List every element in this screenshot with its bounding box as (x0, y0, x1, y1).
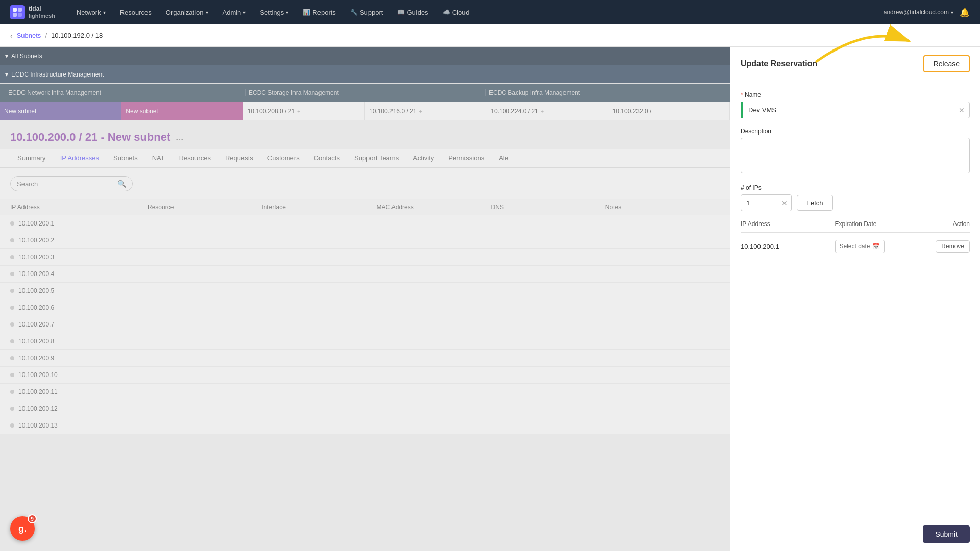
table-row[interactable]: 10.100.200.13 (0, 417, 730, 434)
tab-requests[interactable]: Requests (218, 149, 260, 168)
ip-status-dot (10, 238, 14, 242)
breadcrumb-back-icon[interactable]: ‹ (10, 32, 13, 40)
search-icon: 🔍 (117, 180, 126, 188)
ip-address-value: 10.100.200.3 (18, 254, 54, 261)
notification-bell[interactable]: 🔔 (960, 8, 970, 17)
table-row[interactable]: 10.100.200.8 (0, 333, 730, 350)
col-interface: Interface (262, 204, 376, 211)
tree-cell-232[interactable]: 10.100.232.0 / (608, 102, 730, 120)
tab-permissions[interactable]: Permissions (441, 149, 492, 168)
page-title-area: 10.100.200.0 / 21 - New subnet ... (0, 120, 730, 149)
release-button[interactable]: Release (923, 55, 970, 72)
nav-admin[interactable]: Admin ▾ (216, 6, 252, 19)
table-row[interactable]: 10.100.200.10 (0, 367, 730, 384)
page-options-button[interactable]: ... (176, 132, 183, 143)
tree-l1[interactable]: ▾ ECDC Infrastructure Management (0, 65, 730, 84)
chevron-icon: ▾ (206, 10, 208, 15)
nav-network[interactable]: Network ▾ (70, 6, 112, 19)
num-ips-field-group: # of IPs ✕ Fetch (741, 184, 970, 211)
g2-badge-count: 9 (28, 514, 37, 523)
clear-num-icon[interactable]: ✕ (781, 199, 788, 207)
ip-status-dot (10, 289, 14, 293)
subnet-tree: ▾ All Subnets ▾ ECDC Infrastructure Mana… (0, 47, 730, 120)
nav-cloud[interactable]: ☁️ Cloud (436, 6, 476, 19)
tree-cell-new-subnet-2[interactable]: New subnet (121, 102, 243, 120)
chevron-icon: ▾ (243, 10, 246, 15)
nav-reports[interactable]: 📊 Reports (297, 6, 342, 19)
page-title: 10.100.200.0 / 21 - New subnet ... (10, 131, 720, 144)
ip-address-cell: 10.100.200.6 (10, 304, 148, 311)
g2-badge[interactable]: g. 9 (10, 516, 35, 541)
tab-subnets[interactable]: Subnets (106, 149, 145, 168)
table-row[interactable]: 10.100.200.12 (0, 400, 730, 417)
tab-activity[interactable]: Activity (406, 149, 441, 168)
name-input[interactable] (741, 102, 970, 118)
app-logo[interactable]: tidal lightmesh (10, 5, 55, 19)
res-col-ip: IP Address (741, 220, 835, 228)
table-row[interactable]: 10.100.200.7 (0, 316, 730, 333)
tab-summary[interactable]: Summary (10, 149, 53, 168)
table-row[interactable]: 10.100.200.4 (0, 266, 730, 283)
ip-table-header: IP Address Resource Interface MAC Addres… (0, 199, 730, 215)
logo-text: tidal lightmesh (29, 5, 55, 19)
clear-name-icon[interactable]: ✕ (959, 106, 965, 114)
tab-ale[interactable]: Ale (492, 149, 516, 168)
tab-customers[interactable]: Customers (260, 149, 307, 168)
remove-button[interactable]: Remove (936, 240, 970, 253)
submit-button[interactable]: Submit (923, 525, 970, 543)
tree-cell-new-subnet-1[interactable]: New subnet (0, 102, 121, 120)
tab-support-teams[interactable]: Support Teams (347, 149, 406, 168)
ip-status-dot (10, 390, 14, 394)
table-row[interactable]: 10.100.200.6 (0, 299, 730, 316)
num-input-wrap: ✕ (741, 194, 792, 211)
breadcrumb-current: 10.100.192.0 / 18 (51, 32, 103, 39)
name-field-group: * Name ✕ (741, 91, 970, 118)
nav-items: Network ▾ Resources Organization ▾ Admin… (70, 6, 884, 19)
res-date-value: Select date 📅 (835, 240, 929, 253)
ip-address-value: 10.100.200.9 (18, 355, 54, 362)
search-area: 🔍 (0, 168, 730, 199)
svg-rect-0 (13, 8, 17, 12)
table-row[interactable]: 10.100.200.9 (0, 350, 730, 367)
breadcrumb-parent[interactable]: Subnets (17, 32, 41, 39)
date-select-button[interactable]: Select date 📅 (835, 240, 885, 253)
table-row[interactable]: 10.100.200.1 (0, 215, 730, 232)
nav-support[interactable]: 🔧 Support (344, 6, 389, 19)
ip-status-dot (10, 339, 14, 343)
breadcrumb-separator: / (45, 32, 47, 39)
search-box[interactable]: 🔍 (10, 176, 133, 191)
fetch-button[interactable]: Fetch (797, 195, 833, 211)
tree-cell-216[interactable]: 10.100.216.0 / 21 + (365, 102, 486, 120)
required-star: * (741, 91, 743, 98)
tab-ip-addresses[interactable]: IP Addresses (53, 149, 106, 168)
right-panel-body: * Name ✕ Description # of IPs (730, 81, 980, 517)
tab-nat[interactable]: NAT (145, 149, 172, 168)
chevron-icon: ▾ (286, 10, 288, 15)
ip-status-dot (10, 221, 14, 226)
table-row[interactable]: 10.100.200.3 (0, 249, 730, 266)
user-menu[interactable]: andrew@tidalcloud.com ▾ (884, 9, 953, 16)
tree-cell-208[interactable]: 10.100.208.0 / 21 + (243, 102, 365, 120)
tab-contacts[interactable]: Contacts (307, 149, 347, 168)
description-input[interactable] (741, 138, 970, 173)
right-panel-title: Update Reservation (741, 59, 817, 68)
ip-address-cell: 10.100.200.8 (10, 338, 148, 345)
tree-cell-224[interactable]: 10.100.224.0 / 21 + (486, 102, 608, 120)
nav-guides[interactable]: 📖 Guides (391, 6, 434, 19)
right-panel-header: Update Reservation Release (730, 47, 980, 81)
table-row[interactable]: 10.100.200.5 (0, 283, 730, 299)
search-input[interactable] (17, 180, 114, 188)
tree-all-subnets[interactable]: ▾ All Subnets (0, 47, 730, 65)
table-row[interactable]: 10.100.200.2 (0, 232, 730, 249)
nav-organization[interactable]: Organization ▾ (160, 6, 214, 19)
ip-status-dot (10, 407, 14, 411)
tab-resources[interactable]: Resources (172, 149, 218, 168)
table-row[interactable]: 10.100.200.11 (0, 384, 730, 400)
nav-resources[interactable]: Resources (114, 6, 158, 19)
col-dns: DNS (491, 204, 605, 211)
col-mac: MAC Address (376, 204, 491, 211)
ip-rows-container: 10.100.200.1 10.100.200.2 (0, 215, 730, 434)
description-label: Description (741, 128, 970, 135)
nav-settings[interactable]: Settings ▾ (254, 6, 295, 19)
breadcrumb-bar: ‹ Subnets / 10.100.192.0 / 18 (0, 24, 980, 47)
